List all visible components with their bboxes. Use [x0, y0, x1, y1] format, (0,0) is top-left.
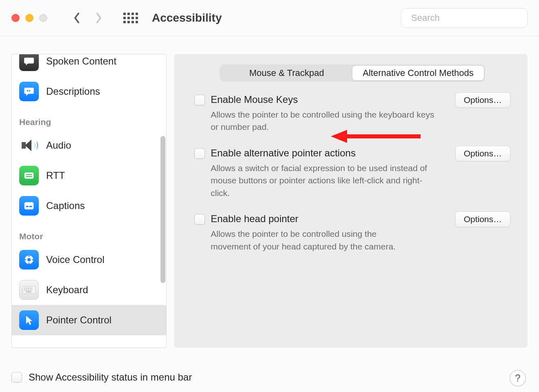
sidebar-scrollbar[interactable] — [160, 136, 165, 283]
back-button[interactable] — [68, 9, 86, 27]
svg-point-11 — [27, 258, 31, 261]
setting-alt-pointer-actions: Enable alternative pointer actions Allow… — [192, 147, 513, 199]
svg-rect-17 — [31, 287, 33, 289]
pane-title: Accessibility — [152, 11, 222, 24]
svg-point-2 — [27, 90, 28, 91]
svg-rect-19 — [26, 290, 27, 291]
sidebar-item-voice-control[interactable]: Voice Control — [12, 245, 166, 275]
svg-rect-4 — [24, 173, 34, 179]
options-button-head-pointer[interactable]: Options… — [455, 212, 510, 227]
voice-control-icon — [19, 250, 39, 270]
content-pane: Mouse & Trackpad Alternative Control Met… — [174, 54, 528, 348]
checkbox-head-pointer[interactable] — [194, 214, 205, 225]
checkbox-alt-pointer-actions[interactable] — [194, 148, 205, 159]
keyboard-icon — [19, 280, 39, 300]
tab-bar: Mouse & Trackpad Alternative Control Met… — [220, 65, 485, 82]
svg-rect-15 — [28, 287, 29, 289]
sidebar-item-captions[interactable]: Captions — [12, 191, 166, 221]
setting-description: Allows the pointer to be controlled usin… — [211, 109, 439, 134]
help-button[interactable]: ? — [510, 370, 526, 386]
rtt-icon — [19, 166, 39, 185]
sidebar-item-audio[interactable]: Audio — [12, 130, 166, 160]
close-window-button[interactable] — [11, 14, 20, 22]
options-button-alt-pointer[interactable]: Options… — [455, 146, 510, 161]
speech-bubble-icon — [19, 54, 39, 71]
setting-title: Enable head pointer — [211, 213, 443, 225]
sidebar-item-descriptions[interactable]: Descriptions — [12, 76, 166, 107]
svg-rect-14 — [26, 287, 27, 289]
sidebar-item-label: Descriptions — [46, 86, 100, 97]
zoom-window-button[interactable] — [39, 14, 47, 22]
svg-point-3 — [29, 90, 30, 91]
pointer-icon — [19, 310, 39, 330]
window-controls — [11, 14, 47, 22]
descriptions-icon — [19, 82, 39, 101]
sidebar-item-label: Pointer Control — [46, 314, 111, 326]
sidebar-item-label: Keyboard — [46, 284, 88, 296]
footer: Show Accessibility status in menu bar — [11, 372, 528, 383]
show-all-prefs-button[interactable] — [122, 9, 140, 27]
search-field[interactable] — [401, 8, 528, 28]
sidebar-item-label: Spoken Content — [46, 56, 116, 67]
setting-head-pointer: Enable head pointer Allows the pointer t… — [192, 213, 513, 253]
sidebar-section-hearing: Hearing — [12, 107, 166, 130]
checkbox-show-status-menubar[interactable] — [11, 372, 22, 383]
svg-rect-22 — [31, 290, 33, 291]
options-button-mouse-keys[interactable]: Options… — [455, 92, 510, 108]
setting-title: Enable Mouse Keys — [211, 94, 443, 105]
sidebar-item-keyboard[interactable]: Keyboard — [12, 275, 166, 305]
setting-description: Allows a switch or facial expression to … — [211, 162, 439, 199]
captions-icon — [19, 196, 39, 216]
sidebar-section-motor: Motor — [12, 221, 166, 245]
sidebar-item-spoken-content[interactable]: Spoken Content — [12, 54, 166, 76]
sidebar-item-label: RTT — [46, 170, 65, 181]
window-toolbar: Accessibility — [0, 0, 539, 36]
forward-button[interactable] — [90, 9, 108, 27]
minimize-window-button[interactable] — [25, 14, 33, 22]
svg-rect-21 — [29, 290, 31, 291]
svg-rect-8 — [26, 206, 29, 207]
search-input[interactable] — [411, 13, 523, 23]
sidebar-item-label: Captions — [46, 200, 85, 212]
sidebar-item-label: Voice Control — [46, 254, 105, 265]
tab-mouse-trackpad[interactable]: Mouse & Trackpad — [221, 66, 352, 80]
svg-rect-23 — [26, 291, 31, 292]
grid-icon — [123, 13, 138, 23]
setting-mouse-keys: Enable Mouse Keys Allows the pointer to … — [192, 94, 513, 134]
setting-description: Allows the pointer to be controlled usin… — [211, 228, 399, 253]
checkbox-mouse-keys[interactable] — [194, 95, 205, 105]
sidebar-item-rtt[interactable]: RTT — [12, 160, 166, 191]
svg-rect-9 — [29, 206, 32, 207]
sidebar-item-label: Audio — [46, 140, 71, 151]
tab-alternative-control[interactable]: Alternative Control Methods — [352, 66, 484, 80]
speaker-icon — [19, 136, 39, 155]
svg-rect-18 — [24, 290, 25, 291]
setting-title: Enable alternative pointer actions — [211, 147, 443, 159]
svg-rect-7 — [24, 202, 34, 209]
svg-rect-16 — [29, 287, 31, 289]
svg-rect-20 — [28, 290, 29, 291]
sidebar: Spoken Content Descriptions Hearing Audi… — [11, 54, 167, 348]
sidebar-item-pointer-control[interactable]: Pointer Control — [12, 305, 166, 335]
svg-rect-13 — [24, 287, 25, 289]
footer-label: Show Accessibility status in menu bar — [29, 372, 192, 383]
